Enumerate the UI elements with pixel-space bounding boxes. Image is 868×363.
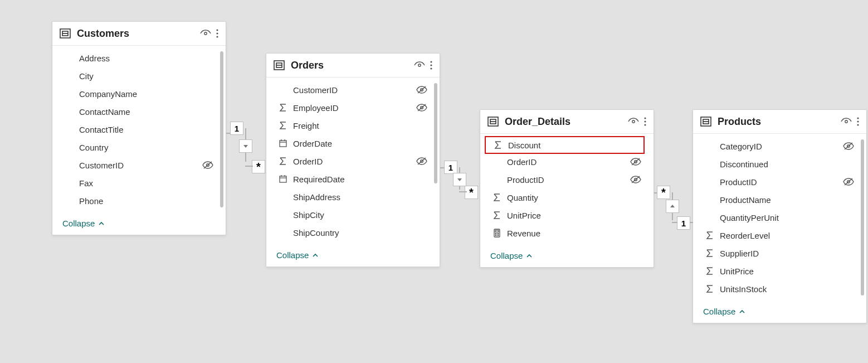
table-title: Customers	[77, 28, 200, 40]
table-products[interactable]: Products CategoryIDDiscontinuedProductID…	[693, 109, 867, 323]
scrollbar[interactable]	[220, 51, 223, 207]
scrollbar[interactable]	[434, 83, 437, 183]
field-row[interactable]: ContactTitle	[57, 120, 217, 138]
relationship-line	[245, 166, 253, 167]
field-row[interactable]: ProductName	[698, 191, 857, 209]
svg-rect-26	[280, 176, 286, 182]
sigma-icon	[703, 249, 716, 258]
field-label: ProductID	[507, 175, 630, 185]
hidden-icon	[630, 175, 641, 184]
field-row[interactable]: Fax	[57, 174, 217, 192]
svg-point-44	[498, 233, 499, 234]
field-list: DiscountOrderIDProductIDQuantityUnitPric…	[480, 134, 654, 245]
collapse-button[interactable]: Collapse	[266, 245, 440, 267]
collapse-button[interactable]: Collapse	[693, 301, 866, 323]
field-row[interactable]: Country	[57, 138, 217, 156]
relationship-direction-icon	[666, 200, 679, 213]
field-label: OrderID	[293, 157, 416, 166]
field-row[interactable]: CustomerID	[57, 156, 217, 174]
field-row[interactable]: UnitsInStock	[698, 280, 857, 298]
more-options-icon[interactable]	[430, 60, 433, 70]
table-header: Customers	[52, 22, 226, 46]
field-row[interactable]: ProductID	[698, 173, 857, 191]
field-label: ProductName	[720, 195, 854, 205]
collapse-label: Collapse	[703, 307, 735, 316]
visibility-toggle-icon[interactable]	[841, 118, 852, 125]
field-row[interactable]: City	[57, 67, 217, 85]
cardinality-many-badge: *	[252, 160, 265, 173]
field-row[interactable]: CustomerID	[271, 81, 431, 99]
svg-point-50	[845, 120, 847, 123]
field-row[interactable]: ReorderLevel	[698, 226, 857, 244]
sigma-icon	[703, 231, 716, 240]
relationship-direction-icon	[453, 173, 466, 186]
table-order-details[interactable]: Order_Details DiscountOrderIDProductIDQu…	[480, 109, 654, 268]
table-title: Orders	[291, 60, 414, 71]
field-row[interactable]: Phone	[57, 192, 217, 210]
more-options-icon[interactable]	[643, 117, 647, 127]
table-icon	[59, 27, 71, 40]
table-orders[interactable]: Orders CustomerIDEmployeeIDFreightOrderD…	[266, 53, 440, 267]
visibility-toggle-icon[interactable]	[200, 30, 211, 37]
collapse-label: Collapse	[62, 219, 95, 228]
field-label: Address	[79, 54, 213, 63]
field-label: ReorderLevel	[720, 231, 854, 240]
field-row[interactable]: ShipCountry	[271, 224, 431, 241]
more-options-icon[interactable]	[856, 117, 860, 127]
svg-point-13	[430, 61, 432, 62]
collapse-button[interactable]: Collapse	[480, 245, 654, 267]
relationship-line	[459, 191, 467, 192]
field-row[interactable]: Discount	[485, 136, 645, 154]
sigma-icon	[490, 211, 504, 220]
sigma-icon	[491, 141, 505, 149]
field-list: CustomerIDEmployeeIDFreightOrderDateOrde…	[266, 78, 440, 245]
field-row[interactable]: UnitPrice	[698, 262, 857, 280]
field-row[interactable]: RequiredDate	[271, 170, 431, 188]
field-row[interactable]: ProductID	[485, 171, 645, 188]
field-row[interactable]: CompanyName	[57, 85, 217, 103]
svg-point-15	[430, 67, 432, 69]
field-row[interactable]: UnitPrice	[485, 206, 645, 224]
svg-point-34	[644, 117, 646, 119]
field-label: Discontinued	[720, 159, 854, 169]
field-row[interactable]: OrderID	[271, 152, 431, 170]
visibility-toggle-icon[interactable]	[628, 118, 639, 125]
field-row[interactable]: Address	[57, 49, 217, 67]
field-list: AddressCityCompanyNameContactNameContact…	[52, 46, 226, 213]
calendar-icon	[276, 139, 290, 148]
field-row[interactable]: CategoryID	[698, 137, 857, 155]
sigma-icon	[276, 103, 290, 112]
field-row[interactable]: Freight	[271, 117, 431, 134]
field-label: EmployeeID	[293, 103, 416, 113]
visibility-toggle-icon[interactable]	[414, 61, 425, 69]
field-row[interactable]: ShipCity	[271, 206, 431, 224]
field-label: Discount	[508, 141, 640, 150]
table-icon	[273, 59, 285, 71]
cardinality-one-badge: 1	[230, 122, 243, 135]
field-row[interactable]: QuantityPerUnit	[698, 209, 857, 226]
field-label: City	[79, 71, 213, 81]
field-row[interactable]: ShipAddress	[271, 188, 431, 206]
field-row[interactable]: SupplierID	[698, 244, 857, 262]
relationship-line	[672, 222, 677, 223]
field-row[interactable]: OrderID	[485, 153, 645, 171]
field-row[interactable]: Quantity	[485, 188, 645, 206]
field-row[interactable]: Revenue	[485, 224, 645, 242]
field-label: Quantity	[507, 193, 641, 202]
field-row[interactable]: ContactName	[57, 103, 217, 120]
svg-rect-42	[495, 230, 499, 232]
field-label: ProductID	[720, 177, 843, 187]
more-options-icon[interactable]	[216, 28, 219, 38]
collapse-button[interactable]: Collapse	[52, 213, 226, 235]
field-list: CategoryIDDiscontinuedProductIDProductNa…	[693, 134, 866, 301]
scrollbar[interactable]	[861, 139, 864, 296]
field-label: SupplierID	[720, 249, 854, 258]
field-row[interactable]: EmployeeID	[271, 99, 431, 117]
svg-point-6	[216, 36, 218, 37]
svg-point-53	[857, 124, 859, 125]
field-row[interactable]: Discontinued	[698, 155, 857, 173]
field-label: CompanyName	[79, 89, 213, 99]
table-header: Orders	[266, 54, 440, 78]
field-row[interactable]: OrderDate	[271, 134, 431, 152]
table-customers[interactable]: Customers AddressCityCompanyNameContactN…	[52, 21, 226, 235]
